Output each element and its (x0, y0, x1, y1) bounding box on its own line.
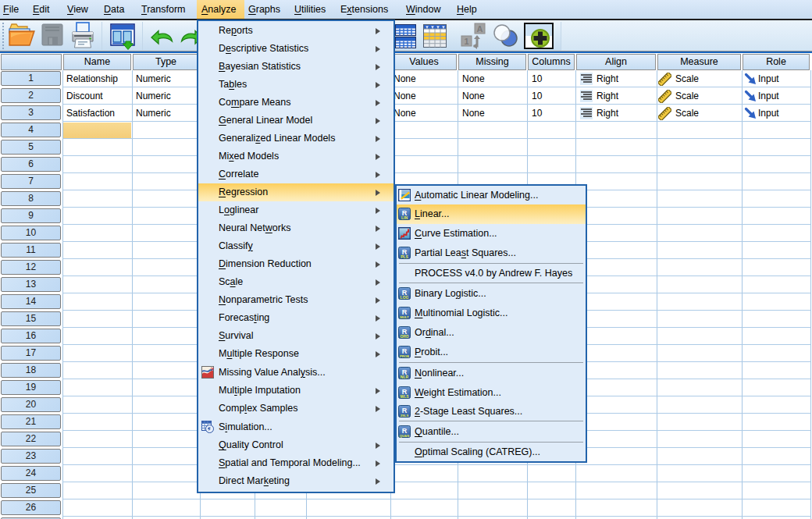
svg-text:R: R (402, 427, 408, 435)
svg-text:?: ? (210, 366, 214, 373)
svg-text:PLS: PLS (401, 254, 408, 259)
svg-text:NLR: NLR (401, 375, 409, 379)
svg-text:R: R (402, 407, 408, 414)
svg-text:ORD: ORD (400, 334, 409, 339)
svg-text:MULT: MULT (400, 315, 409, 319)
svg-text:PROB: PROB (400, 354, 409, 358)
svg-text:WLS: WLS (400, 394, 409, 399)
svg-text:1: 1 (464, 37, 468, 46)
svg-text:R: R (402, 347, 408, 355)
svg-text:2SLS: 2SLS (401, 414, 409, 418)
svg-text:QUAN: QUAN (400, 434, 409, 438)
svg-text:LIN: LIN (401, 215, 408, 220)
svg-text:A: A (477, 24, 483, 34)
svg-text:R: R (402, 308, 408, 316)
svg-text:LOG: LOG (401, 295, 409, 300)
